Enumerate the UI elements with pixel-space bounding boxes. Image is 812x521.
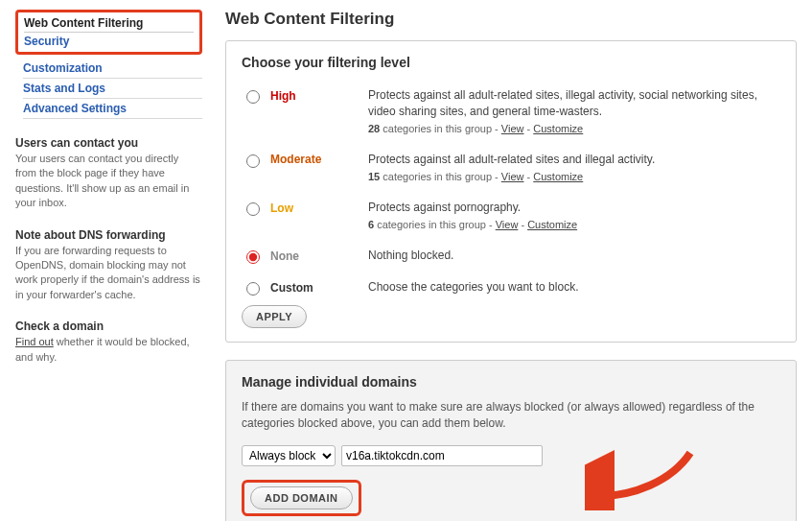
filter-level-desc-low: Protects against pornography.6 categorie… bbox=[368, 200, 780, 232]
filter-level-desc-high: Protects against all adult-related sites… bbox=[368, 87, 780, 136]
apply-button[interactable]: Apply bbox=[242, 305, 307, 328]
filter-level-label-moderate: Moderate bbox=[270, 153, 321, 166]
sidebar: Web Content Filtering Security Customiza… bbox=[15, 10, 202, 521]
filter-level-desc-custom: Choose the categories you want to block. bbox=[368, 279, 780, 296]
filter-level-customize-link-high[interactable]: Customize bbox=[533, 123, 583, 134]
sidebar-tab-security[interactable]: Security bbox=[24, 33, 194, 50]
filter-level-row-custom: CustomChoose the categories you want to … bbox=[242, 273, 780, 305]
filter-level-row-low: LowProtects against pornography.6 catego… bbox=[242, 194, 780, 242]
sidebar-check-section: Check a domain Find out whether it would… bbox=[15, 320, 202, 365]
filter-level-option-high[interactable]: High bbox=[242, 87, 357, 104]
sidebar-check-heading: Check a domain bbox=[15, 320, 202, 333]
filter-level-option-custom[interactable]: Custom bbox=[242, 279, 357, 296]
sidebar-contact-body: Your users can contact you directly from… bbox=[15, 152, 202, 211]
filter-level-desc-none: Nothing blocked. bbox=[368, 248, 780, 264]
domain-action-select[interactable]: Always blockNever block bbox=[242, 445, 336, 466]
main-content: Web Content Filtering Choose your filter… bbox=[225, 10, 797, 521]
sidebar-dns-body: If you are forwarding requests to OpenDN… bbox=[15, 244, 202, 303]
add-domain-button[interactable]: Add Domain bbox=[250, 486, 353, 509]
add-domain-highlight: Add Domain bbox=[242, 480, 361, 516]
filter-level-label-custom: Custom bbox=[270, 281, 313, 295]
sidebar-contact-section: Users can contact you Your users can con… bbox=[15, 136, 202, 211]
filter-level-view-link-moderate[interactable]: View bbox=[501, 171, 524, 182]
sidebar-link-customization[interactable]: Customization bbox=[23, 61, 103, 75]
filter-level-radio-moderate[interactable] bbox=[246, 154, 260, 168]
filter-level-radio-custom[interactable] bbox=[246, 282, 260, 296]
sidebar-dns-section: Note about DNS forwarding If you are for… bbox=[15, 228, 202, 303]
filter-level-label-low: Low bbox=[270, 201, 293, 215]
page-title: Web Content Filtering bbox=[225, 10, 797, 29]
domain-input[interactable] bbox=[341, 445, 543, 466]
filter-level-label-none: None bbox=[270, 249, 299, 263]
filter-level-option-none[interactable]: None bbox=[242, 248, 357, 264]
filter-level-row-none: NoneNothing blocked. bbox=[242, 242, 780, 273]
filter-level-view-link-high[interactable]: View bbox=[501, 123, 524, 134]
filter-level-option-low[interactable]: Low bbox=[242, 200, 357, 216]
filter-level-option-moderate[interactable]: Moderate bbox=[242, 152, 357, 168]
sidebar-link-advanced[interactable]: Advanced Settings bbox=[23, 102, 127, 115]
filter-level-row-high: HighProtects against all adult-related s… bbox=[242, 82, 780, 146]
sidebar-tab-web-content-filtering[interactable]: Web Content Filtering bbox=[24, 14, 194, 33]
filter-level-customize-link-low[interactable]: Customize bbox=[527, 219, 577, 230]
manage-domains-heading: Manage individual domains bbox=[242, 374, 780, 390]
filtering-level-heading: Choose your filtering level bbox=[242, 55, 780, 70]
sidebar-highlight-box: Web Content Filtering Security bbox=[15, 10, 202, 55]
sidebar-sublinks: Customization Stats and Logs Advanced Se… bbox=[15, 59, 202, 119]
filter-level-radio-low[interactable] bbox=[246, 202, 260, 216]
sidebar-check-body: Find out whether it would be blocked, an… bbox=[15, 335, 202, 365]
filter-level-label-high: High bbox=[270, 89, 296, 103]
sidebar-check-link[interactable]: Find out bbox=[15, 336, 54, 347]
manage-domains-body: If there are domains you want to make su… bbox=[242, 399, 780, 432]
filter-level-desc-moderate: Protects against all adult-related sites… bbox=[368, 152, 780, 184]
filter-level-radio-none[interactable] bbox=[246, 250, 260, 264]
sidebar-dns-heading: Note about DNS forwarding bbox=[15, 228, 202, 242]
filter-level-view-link-low[interactable]: View bbox=[496, 219, 519, 230]
manage-domains-panel: Manage individual domains If there are d… bbox=[225, 360, 797, 521]
sidebar-link-stats[interactable]: Stats and Logs bbox=[23, 82, 105, 95]
filtering-level-panel: Choose your filtering level HighProtects… bbox=[225, 40, 797, 343]
filter-level-row-moderate: ModerateProtects against all adult-relat… bbox=[242, 146, 780, 194]
filter-level-radio-high[interactable] bbox=[246, 90, 260, 104]
filter-level-customize-link-moderate[interactable]: Customize bbox=[533, 171, 583, 182]
sidebar-contact-heading: Users can contact you bbox=[15, 136, 202, 150]
